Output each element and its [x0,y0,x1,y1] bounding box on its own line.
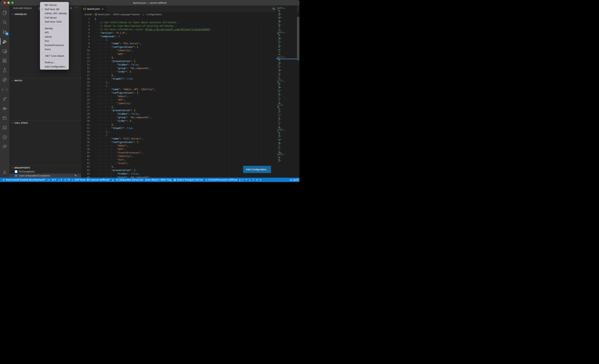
editor-scrollbar[interactable] [297,5,300,178]
status-restart[interactable]: ↺ [255,178,259,182]
line-number: 34 [81,133,90,137]
menu-item-admin[interactable]: Admin [40,35,69,39]
breadcrumb-item[interactable]: {} launch.json [95,13,110,16]
status-step-into[interactable]: ↓ [248,178,252,182]
edit-breakpoint-icon[interactable]: ✎ [74,174,77,177]
status-step-over[interactable]: ↷ [245,178,248,182]
docker-icon[interactable] [0,104,9,113]
close-tab-icon[interactable]: × [102,7,103,10]
menu-item-net-core-attach[interactable]: .NET Core Attach [40,54,69,58]
breadcrumb-item[interactable]: .vscode [84,13,92,16]
powershell-icon[interactable] [0,123,9,132]
menu-item-add-configuration[interactable]: Add Configuration... [40,65,69,69]
end-of-line-marker: ↓ [175,25,176,27]
remote-explorer-icon[interactable] [0,46,9,56]
status-stop[interactable]: ◻ [259,178,262,182]
status-postgres-server[interactable]: Select Postgres Server [173,178,204,182]
line-number: 24 [81,98,90,102]
minimize-window-icon[interactable] [7,1,10,4]
debug-settings-gear-icon[interactable] [70,7,72,10]
dev-container-icon[interactable] [0,113,9,123]
status-solution[interactable]: bitwarden-server.sln [115,178,144,182]
line-number: 27 [81,109,90,112]
status-flame[interactable] [111,178,115,182]
menu-item-full-server[interactable]: Full Server [40,16,69,20]
scrollbar-slider[interactable] [297,17,299,61]
tab-launch-json[interactable]: {} launch.json × [81,5,106,12]
menu-item-min-server[interactable]: Min Server [40,3,69,7]
accounts-icon[interactable] [0,168,9,177]
status-warnings[interactable]: △4 [57,178,63,182]
window-layers-icon[interactable] [0,142,9,151]
menu-item-identity[interactable]: Identity [40,26,69,31]
git-graph-icon[interactable] [0,75,9,84]
line-number: 32 [81,126,90,130]
code-line: 10················"Identity",↓ [81,49,276,52]
unchecked-checkbox[interactable] [15,170,17,173]
line-number: 10 [81,49,90,52]
call-stack-section-header[interactable]: ⌄ CALL STACK [9,121,81,125]
extensions-icon[interactable] [0,56,9,65]
breakpoint-label: All Exceptions [19,170,35,173]
rest-client-icon[interactable]: {··} [0,85,9,94]
menu-item-self-host-oss[interactable]: Self Host: OSS [40,20,69,24]
menu-item-eventsprocessor[interactable]: EventsProcessor [40,43,69,47]
history-icon[interactable] [273,7,275,10]
code-line: 4····//·For·more·information,·visit:·htt… [81,28,276,31]
end-of-line-marker: ↓ [136,60,137,62]
status-debug-session[interactable]: EventsProcessor-selfhost [204,178,238,182]
end-of-line-marker: ↓ [109,81,110,83]
end-of-line-marker: ↓ [211,28,212,31]
search-icon[interactable] [0,18,9,27]
zoom-window-icon[interactable] [11,1,14,4]
run-and-debug-icon[interactable] [0,37,9,46]
add-configuration-button[interactable]: Add Configuration... [243,166,271,173]
breadcrumb-item[interactable]: JSON Language Features [113,13,140,16]
code-editor[interactable]: 1{↓2····//·Use·IntelliSense·to·learn·abo… [81,17,276,178]
end-of-line-marker: ↓ [109,131,110,133]
close-window-icon[interactable] [3,1,6,4]
status-bar: feature/self-hosted-development*⊗0△4ⓘ75▷… [0,178,300,182]
status-auto-attach[interactable]: Auto Attach: With Flag [144,178,173,182]
checked-checkbox[interactable]: ✓ [15,174,17,177]
end-of-line-marker: ↓ [126,159,127,161]
status-infos[interactable]: ⓘ75 [63,178,71,182]
status-spell-checker[interactable]: Spell [289,178,300,182]
end-of-line-marker: ↓ [136,109,137,112]
menu-item-admin-api-identity[interactable]: Admin, API, Identity [40,11,69,16]
status-git-branch[interactable]: feature/self-hosted-development* [1,178,46,182]
end-of-line-marker: ↓ [143,138,144,140]
breadcrumb-item[interactable]: [ ] configurations [142,13,162,16]
status-sync[interactable] [46,178,51,182]
minimap[interactable] [276,5,297,178]
watch-section-header[interactable]: ⌄ WATCH [9,79,81,83]
source-control-icon[interactable]: 47 [0,27,9,37]
sidebar-title: RUN AND DEBUG [13,7,32,9]
breadcrumb[interactable]: .vscode›{} launch.json›JSON Language Fea… [81,12,300,17]
menu-item-sso[interactable]: Sso [40,39,69,43]
breakpoint-item[interactable]: All Exceptions [9,169,81,174]
menu-item-self-host-bit[interactable]: ✓Self Host: Bit [40,7,69,11]
sidebar-more-actions-icon[interactable]: ⋯ [75,6,78,9]
status-pause[interactable]: ∥ [238,178,241,182]
menu-item-api[interactable]: API [40,30,69,35]
live-share-icon[interactable] [0,94,9,104]
line-number: 3 [81,24,90,28]
menu-item-icons[interactable]: Icons [40,47,69,52]
line-number: 39 [81,151,90,154]
status-errors[interactable]: ⊗0 [51,178,57,182]
breakpoint-item[interactable]: ✓User-Unhandled Exceptions✎ [9,174,81,178]
status-continue[interactable]: ▷ [241,178,245,182]
breakpoints-section-header[interactable]: ⌄ BREAKPOINTS [9,166,81,170]
status-step-out[interactable]: ↑ [252,178,255,182]
line-number: 1 [81,17,90,21]
end-of-line-marker: ↓ [115,74,116,76]
menu-item-node-js[interactable]: Node.js... [40,60,69,65]
status-debug-config[interactable]: ▷Self Host: Bit (server-selfhost) [71,178,111,182]
json-file-icon: {} [95,13,97,16]
explorer-icon[interactable] [0,8,9,18]
line-number: 22 [81,91,90,95]
end-of-line-marker: ↓ [115,57,116,59]
testing-icon[interactable] [0,66,9,75]
postgresql-icon[interactable] [0,133,9,142]
